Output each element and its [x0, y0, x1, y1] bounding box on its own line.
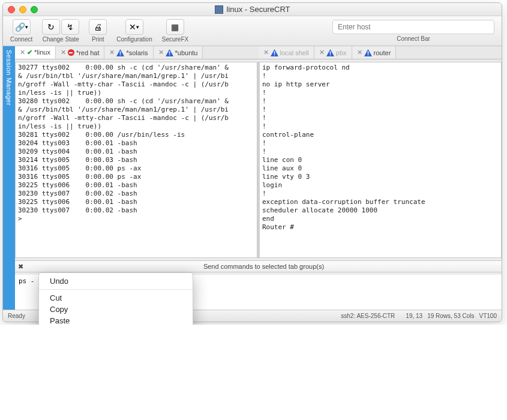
menu-undo[interactable]: Undo	[39, 275, 193, 287]
status-connection: ssh2: AES-256-CTR	[341, 313, 395, 319]
printer-icon: 🖨	[94, 22, 102, 32]
tab[interactable]: ✕*solaris	[104, 46, 153, 59]
menu-cut[interactable]: Cut	[39, 292, 193, 304]
connect-bar-label: Connect Bar	[332, 35, 494, 42]
menu-paste[interactable]: Paste	[39, 315, 193, 325]
tab-label: router	[374, 49, 391, 56]
right-pane: ip forward-protocol nd ! no ip http serv…	[257, 62, 502, 258]
refresh-icon: ↻	[47, 22, 55, 32]
tab-label: *red hat	[76, 49, 100, 56]
close-tab-icon[interactable]: ✕	[158, 49, 164, 56]
context-menu: Undo Cut Copy Paste Delete Select All Se…	[38, 272, 193, 325]
tab-label: *linux	[34, 49, 50, 56]
svg-rect-1	[120, 54, 121, 55]
check-icon: ✔	[27, 49, 32, 56]
window-title: linux - SecureCRT	[38, 5, 467, 14]
tab[interactable]: ✕local shell	[259, 46, 314, 59]
svg-rect-4	[274, 51, 275, 53]
reconnect-button[interactable]: ↻	[42, 19, 60, 35]
svg-rect-6	[330, 51, 331, 53]
svg-rect-7	[330, 54, 331, 55]
menu-separator	[39, 289, 193, 290]
tab-label: pbx	[336, 49, 347, 56]
svg-rect-2	[169, 51, 170, 53]
left-pane: 30277 ttys002 0:00.00 sh -c (cd '/usr/sh…	[15, 62, 257, 258]
print-label: Print	[92, 36, 104, 43]
connect-button[interactable]: 🔗▾	[13, 19, 31, 35]
svg-rect-8	[367, 51, 368, 53]
left-tab-bar: ✕✔*linux✕*red hat✕*solaris✕*ubuntu	[15, 46, 259, 59]
close-tab-icon[interactable]: ✕	[263, 49, 269, 56]
configuration-button[interactable]: ✕▾	[125, 19, 143, 35]
status-term-type: VT100	[479, 313, 497, 319]
window-title-text: linux - SecureCRT	[227, 5, 290, 14]
print-button[interactable]: 🖨	[89, 19, 107, 35]
enter-host-input[interactable]	[332, 20, 494, 34]
tab[interactable]: ✕pbx	[314, 46, 352, 59]
warning-icon	[364, 49, 372, 56]
warning-icon	[166, 49, 173, 56]
svg-rect-9	[367, 54, 368, 55]
titlebar: linux - SecureCRT	[3, 3, 502, 16]
svg-rect-5	[274, 54, 275, 55]
securefx-button[interactable]: ▦	[166, 19, 184, 35]
left-terminal[interactable]: 30277 ttys002 0:00.00 sh -c (cd '/usr/sh…	[16, 62, 257, 257]
session-manager-tab[interactable]: Session Manager	[3, 46, 15, 310]
svg-rect-3	[169, 54, 170, 55]
command-bar-label: Send commands to selected tab group(s)	[26, 263, 502, 270]
tab[interactable]: ✕✔*linux	[15, 46, 56, 59]
minimize-window-button[interactable]	[19, 6, 26, 13]
tab-label: local shell	[280, 49, 309, 56]
change-state-label: Change State	[43, 36, 79, 43]
securefx-label: SecureFX	[162, 36, 188, 43]
status-size: 19 Rows, 53 Cols	[427, 313, 474, 319]
command-bar: ✖ Send commands to selected tab group(s)	[15, 260, 502, 272]
warning-icon	[116, 49, 124, 56]
toolbar: 🔗▾ Connect ↻ ↯ Change State 🖨 Print ✕▾ C…	[3, 16, 502, 46]
connect-label: Connect	[10, 36, 32, 43]
disconnect-button[interactable]: ↯	[61, 19, 79, 35]
close-tab-icon[interactable]: ✕	[109, 49, 115, 56]
close-tab-icon[interactable]: ✕	[20, 49, 25, 56]
command-bar-close-icon[interactable]: ✖	[15, 263, 26, 271]
app-icon	[215, 5, 223, 14]
link-icon: 🔗	[15, 22, 25, 32]
tools-icon: ✕	[129, 22, 136, 32]
svg-rect-0	[120, 51, 121, 53]
right-tab-bar: ✕local shell✕pbx✕router	[259, 46, 502, 59]
status-cursor-pos: 19, 13	[406, 313, 422, 319]
configuration-label: Configuration	[116, 36, 152, 43]
menu-copy[interactable]: Copy	[39, 304, 193, 315]
close-window-button[interactable]	[8, 6, 15, 13]
close-tab-icon[interactable]: ✕	[319, 49, 325, 56]
tab[interactable]: ✕*red hat	[56, 46, 105, 59]
workarea: Session Manager ✕✔*linux✕*red hat✕*solar…	[3, 46, 502, 310]
right-terminal[interactable]: ip forward-protocol nd ! no ip http serv…	[260, 62, 501, 257]
close-tab-icon[interactable]: ✕	[357, 49, 362, 56]
tab[interactable]: ✕router	[352, 46, 397, 59]
close-tab-icon[interactable]: ✕	[61, 49, 66, 56]
tab-label: *solaris	[126, 49, 148, 56]
warning-icon	[271, 49, 278, 56]
tab-label: *ubuntu	[175, 49, 198, 56]
warning-icon	[326, 49, 334, 56]
stop-icon	[68, 49, 74, 56]
securefx-icon: ▦	[171, 22, 179, 32]
window-controls	[8, 6, 38, 13]
tab[interactable]: ✕*ubuntu	[154, 46, 203, 59]
disconnect-icon: ↯	[67, 22, 74, 32]
zoom-window-button[interactable]	[31, 6, 38, 13]
